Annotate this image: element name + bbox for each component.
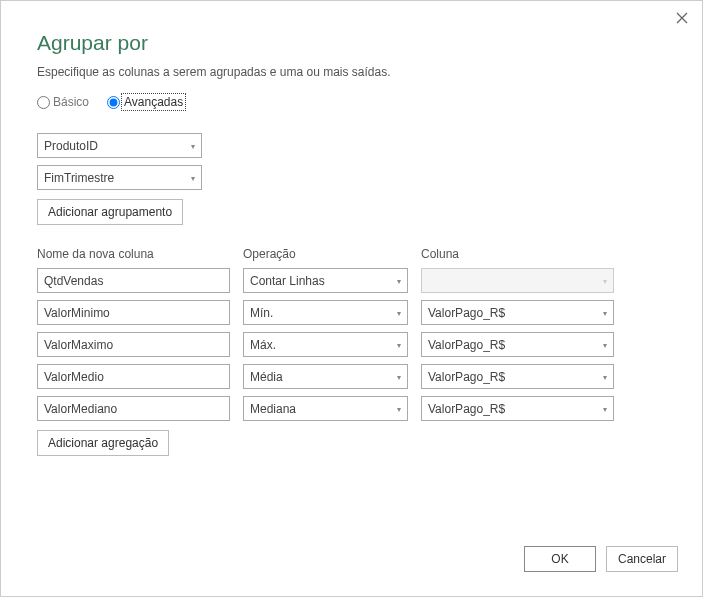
radio-advanced[interactable]: Avançadas xyxy=(107,95,184,109)
row-1-operation-value: Mín. xyxy=(250,306,273,320)
row-1-name[interactable] xyxy=(37,300,230,325)
row-4-column-value: ValorPago_R$ xyxy=(428,402,505,416)
col-column: Coluna ▾ ValorPago_R$ ▾ ValorPago_R$ ▾ V… xyxy=(421,247,614,456)
row-0-name[interactable] xyxy=(37,268,230,293)
row-0-operation[interactable]: Contar Linhas ▾ xyxy=(243,268,408,293)
header-operation: Operação xyxy=(243,247,408,261)
mode-selector: Básico Avançadas xyxy=(37,95,666,109)
grouping-section: ProdutoID ▾ FimTrimestre ▾ Adicionar agr… xyxy=(37,133,666,225)
row-2-name[interactable] xyxy=(37,332,230,357)
col-operation: Operação Contar Linhas ▾ Mín. ▾ Máx. ▾ M… xyxy=(243,247,408,456)
row-1-operation[interactable]: Mín. ▾ xyxy=(243,300,408,325)
row-1-column-value: ValorPago_R$ xyxy=(428,306,505,320)
row-3-operation[interactable]: Média ▾ xyxy=(243,364,408,389)
chevron-down-icon: ▾ xyxy=(603,340,607,349)
chevron-down-icon: ▾ xyxy=(397,404,401,413)
chevron-down-icon: ▾ xyxy=(603,308,607,317)
add-grouping-button[interactable]: Adicionar agrupamento xyxy=(37,199,183,225)
radio-advanced-input[interactable] xyxy=(107,96,120,109)
group-column-1[interactable]: FimTrimestre ▾ xyxy=(37,165,202,190)
ok-button[interactable]: OK xyxy=(524,546,596,572)
group-column-0-value: ProdutoID xyxy=(44,139,98,153)
row-1-column[interactable]: ValorPago_R$ ▾ xyxy=(421,300,614,325)
header-new-col: Nome da nova coluna xyxy=(37,247,230,261)
row-0-column: ▾ xyxy=(421,268,614,293)
chevron-down-icon: ▾ xyxy=(603,404,607,413)
row-3-operation-value: Média xyxy=(250,370,283,384)
col-new-name: Nome da nova coluna Adicionar agregação xyxy=(37,247,230,456)
radio-basic-label: Básico xyxy=(53,95,89,109)
chevron-down-icon: ▾ xyxy=(191,141,195,150)
chevron-down-icon: ▾ xyxy=(397,276,401,285)
radio-basic[interactable]: Básico xyxy=(37,95,89,109)
row-2-operation-value: Máx. xyxy=(250,338,276,352)
chevron-down-icon: ▾ xyxy=(397,340,401,349)
group-column-1-value: FimTrimestre xyxy=(44,171,114,185)
chevron-down-icon: ▾ xyxy=(603,276,607,285)
radio-basic-input[interactable] xyxy=(37,96,50,109)
row-3-column[interactable]: ValorPago_R$ ▾ xyxy=(421,364,614,389)
group-column-0[interactable]: ProdutoID ▾ xyxy=(37,133,202,158)
dialog-title: Agrupar por xyxy=(37,31,666,55)
row-4-name[interactable] xyxy=(37,396,230,421)
row-4-operation[interactable]: Mediana ▾ xyxy=(243,396,408,421)
row-4-column[interactable]: ValorPago_R$ ▾ xyxy=(421,396,614,421)
radio-advanced-label: Avançadas xyxy=(123,95,184,109)
row-3-column-value: ValorPago_R$ xyxy=(428,370,505,384)
row-0-operation-value: Contar Linhas xyxy=(250,274,325,288)
close-icon[interactable] xyxy=(676,11,688,26)
chevron-down-icon: ▾ xyxy=(397,308,401,317)
chevron-down-icon: ▾ xyxy=(603,372,607,381)
dialog-footer: OK Cancelar xyxy=(524,546,678,572)
add-aggregation-button[interactable]: Adicionar agregação xyxy=(37,430,169,456)
header-column: Coluna xyxy=(421,247,614,261)
row-3-name[interactable] xyxy=(37,364,230,389)
dialog-subtitle: Especifique as colunas a serem agrupadas… xyxy=(37,65,666,79)
row-2-operation[interactable]: Máx. ▾ xyxy=(243,332,408,357)
cancel-button[interactable]: Cancelar xyxy=(606,546,678,572)
row-4-operation-value: Mediana xyxy=(250,402,296,416)
row-2-column-value: ValorPago_R$ xyxy=(428,338,505,352)
row-2-column[interactable]: ValorPago_R$ ▾ xyxy=(421,332,614,357)
group-by-dialog: Agrupar por Especifique as colunas a ser… xyxy=(0,0,703,597)
chevron-down-icon: ▾ xyxy=(397,372,401,381)
aggregation-table: Nome da nova coluna Adicionar agregação … xyxy=(37,247,666,456)
chevron-down-icon: ▾ xyxy=(191,173,195,182)
